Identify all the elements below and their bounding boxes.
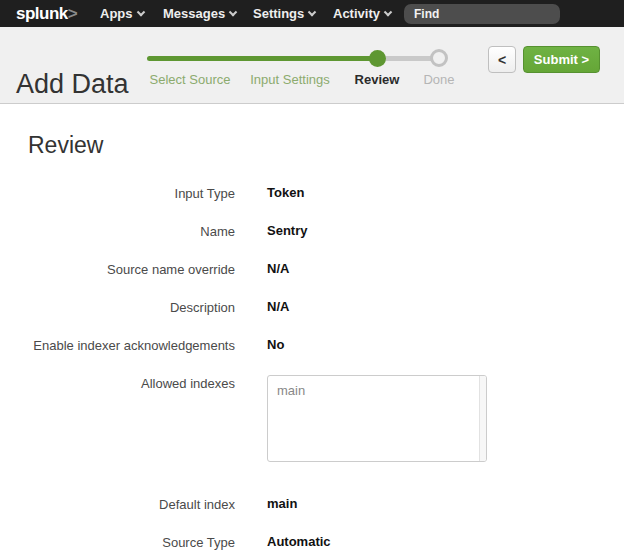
review-row-description: Description N/A [0, 299, 624, 315]
nav-menu-messages[interactable]: Messages [163, 0, 236, 27]
review-row-name: Name Sentry [0, 223, 624, 239]
field-label: Name [0, 223, 235, 239]
field-value: main [267, 496, 297, 511]
review-row-allowed-indexes: Allowed indexes main [0, 375, 624, 462]
field-label: Default index [0, 496, 235, 512]
field-label: Source Type [0, 534, 235, 550]
review-row-indexer-acknowledgements: Enable indexer acknowledgements No [0, 337, 624, 353]
chevron-down-icon [308, 8, 316, 16]
splunk-logo-text: splunk [16, 4, 68, 23]
field-label: Description [0, 299, 235, 315]
section-heading: Review [28, 132, 624, 159]
back-button[interactable]: < [488, 46, 516, 73]
step-label-select-source: Select Source [150, 72, 231, 87]
listbox-item-main: main [268, 376, 486, 405]
field-value: N/A [267, 299, 289, 314]
splunk-logo[interactable]: splunk> [16, 4, 77, 24]
review-row-input-type: Input Type Token [0, 185, 624, 201]
nav-menu-settings[interactable]: Settings [253, 0, 315, 27]
review-row-source-name-override: Source name override N/A [0, 261, 624, 277]
nav-menu-settings-label: Settings [253, 6, 304, 21]
nav-menu-apps[interactable]: Apps [100, 0, 144, 27]
field-label: Source name override [0, 261, 235, 277]
field-value: No [267, 337, 284, 352]
field-value: Sentry [267, 223, 307, 238]
allowed-indexes-listbox[interactable]: main [267, 375, 487, 462]
field-value: Automatic [267, 534, 331, 549]
find-search-input[interactable] [404, 4, 560, 24]
step-dot-done [430, 49, 448, 67]
nav-menu-apps-label: Apps [100, 6, 133, 21]
chevron-down-icon [136, 8, 144, 16]
field-label: Enable indexer acknowledgements [0, 337, 235, 353]
nav-menu-activity[interactable]: Activity [333, 0, 391, 27]
splunk-logo-chevron-icon: > [68, 4, 77, 23]
wizard-header: Add Data Select Source Input Settings Re… [0, 27, 624, 104]
field-value: Token [267, 185, 304, 200]
submit-button[interactable]: Submit > [523, 46, 600, 73]
step-label-input-settings: Input Settings [250, 72, 330, 87]
progress-bar-complete [147, 56, 379, 61]
step-label-done: Done [423, 72, 454, 87]
page-title: Add Data [16, 69, 129, 100]
nav-menu-activity-label: Activity [333, 6, 380, 21]
nav-menu-messages-label: Messages [163, 6, 225, 21]
review-row-default-index: Default index main [0, 496, 624, 512]
step-label-review: Review [355, 72, 400, 87]
listbox-scrollbar[interactable] [479, 376, 486, 461]
field-label: Input Type [0, 185, 235, 201]
field-value: N/A [267, 261, 289, 276]
top-navbar: splunk> Apps Messages Settings Activity [0, 0, 624, 27]
review-row-source-type: Source Type Automatic [0, 534, 624, 550]
step-dot-review [369, 50, 386, 67]
chevron-down-icon [229, 8, 237, 16]
review-panel: Review Input Type Token Name Sentry Sour… [0, 105, 624, 558]
field-label: Allowed indexes [0, 375, 235, 391]
chevron-down-icon [384, 8, 392, 16]
